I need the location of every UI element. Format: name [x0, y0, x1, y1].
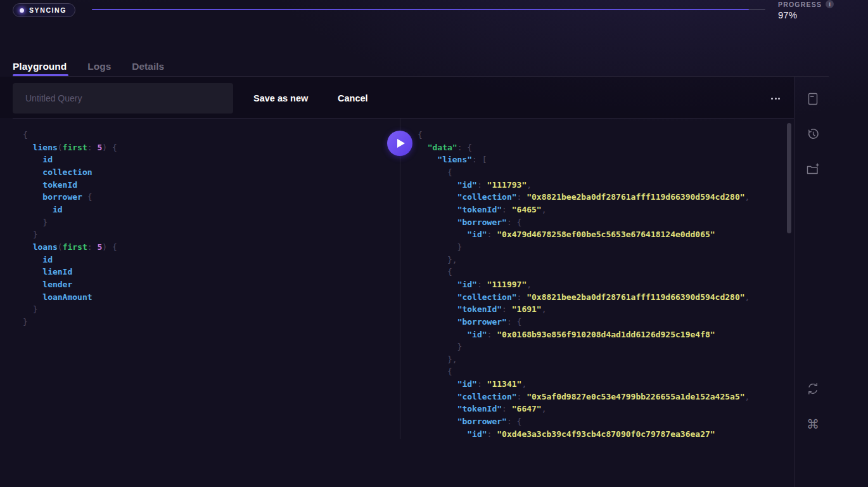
save-as-new-button[interactable]: Save as new: [253, 83, 308, 114]
sync-progress-bar: [92, 9, 765, 10]
command-menu-icon[interactable]: ⌘: [805, 417, 820, 432]
query-name-input[interactable]: [13, 83, 233, 114]
side-rail-divider: [794, 76, 795, 487]
toolbar-divider: [13, 118, 794, 119]
tab-logs[interactable]: Logs: [87, 61, 111, 72]
sync-progress-fill: [92, 9, 749, 10]
response-scrollbar[interactable]: [787, 123, 791, 233]
graphql-query-editor[interactable]: { liens(first: 5) { id collection tokenI…: [23, 129, 117, 328]
run-query-button[interactable]: [387, 131, 412, 156]
tab-bar: Playground Logs Details: [13, 61, 164, 72]
progress-percent-value: 97%: [778, 10, 834, 20]
info-icon[interactable]: i: [826, 0, 834, 8]
tab-details[interactable]: Details: [132, 61, 164, 72]
progress-meta: PROGRESS i 97%: [778, 0, 834, 20]
editor-pane-divider: [400, 119, 400, 439]
tab-playground[interactable]: Playground: [13, 61, 67, 72]
syncing-label: SYNCING: [29, 6, 67, 14]
saved-queries-icon[interactable]: [805, 91, 820, 107]
more-options-icon[interactable]: [763, 83, 788, 114]
syncing-status-badge: SYNCING: [13, 3, 75, 17]
refresh-icon[interactable]: [805, 381, 820, 396]
history-icon[interactable]: [805, 126, 820, 141]
new-folder-icon[interactable]: [805, 162, 820, 177]
subgraph-playground-app: SYNCING PROGRESS i 97% Playground Logs D…: [0, 0, 868, 487]
progress-label: PROGRESS: [778, 1, 822, 8]
syncing-dot-icon: [20, 8, 24, 13]
play-icon: [397, 139, 405, 148]
json-response-viewer: { "data": { "liens": [ { "id": "111793",…: [418, 129, 750, 440]
cancel-button[interactable]: Cancel: [338, 83, 368, 114]
